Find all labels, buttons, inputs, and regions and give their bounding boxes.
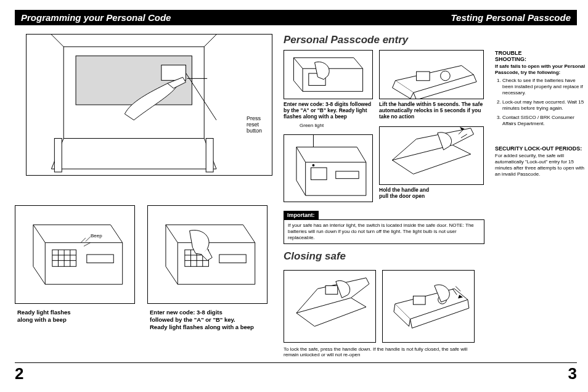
safe-open-illustration xyxy=(27,35,272,175)
svg-rect-6 xyxy=(206,139,213,173)
right-page: Personal Passcode entry Enter new code: … xyxy=(284,34,586,364)
important-body: If your safe has an interior light, the … xyxy=(284,219,484,244)
caption-ready-beep: Ready light flashes along with a beep xyxy=(15,309,135,324)
svg-rect-32 xyxy=(311,168,327,180)
svg-rect-37 xyxy=(325,285,338,294)
figure-enter-code: Enter new code: 3-8 digits followed by t… xyxy=(147,205,267,331)
figure-lift-handle xyxy=(379,50,484,99)
svg-point-36 xyxy=(441,71,451,81)
svg-rect-38 xyxy=(413,296,425,304)
svg-rect-5 xyxy=(54,139,62,173)
section-title-closing: Closing safe xyxy=(284,250,586,263)
caption-entry-3: Hold the handle and pull the door open xyxy=(379,187,484,199)
security-body: For added security, the safe will automa… xyxy=(495,153,586,178)
troubleshooting-list: Check to see if the batteries have been … xyxy=(495,78,586,127)
green-light-label: Green light xyxy=(300,123,373,128)
caption-enter-code: Enter new code: 3-8 digits followed by t… xyxy=(147,309,267,331)
ts-item-2: Lock-out may have occurred. Wait 15 minu… xyxy=(502,99,586,112)
figure-reset-button: Press reset button xyxy=(26,34,272,176)
caption-entry-2: Lift the handle within 5 seconds. The sa… xyxy=(379,101,484,120)
section-title-entry: Personal Passcode entry xyxy=(284,34,586,46)
svg-line-3 xyxy=(51,35,63,47)
beep-label: Beep xyxy=(91,233,102,239)
svg-rect-34 xyxy=(336,171,359,178)
safe-keypad-illustration-2 xyxy=(148,206,267,303)
figure-closing-1 xyxy=(284,270,376,343)
footer: 2 3 xyxy=(15,362,577,383)
security-head: SECURITY LOCK-OUT PERIODS: xyxy=(495,145,586,152)
important-box: Important: If your safe has an interior … xyxy=(284,208,484,244)
sidebar-info: TROUBLE SHOOTING: If safe fails to open … xyxy=(490,50,586,202)
header-bar: Programming your Personal Code Testing P… xyxy=(15,10,577,25)
figure-pull-open xyxy=(379,126,484,185)
svg-rect-27 xyxy=(219,255,246,263)
important-head: Important: xyxy=(284,211,319,219)
figure-entry-keypad xyxy=(284,50,373,99)
ts-item-3: Contact SISCO / BRK Consumer Affairs Dep… xyxy=(502,115,586,127)
page-number-left: 2 xyxy=(15,364,23,383)
entry-col-1: Enter new code: 3-8 digits followed by t… xyxy=(284,50,373,202)
left-page: Press reset button xyxy=(15,34,272,364)
closing-note: To lock the safe, press the handle down.… xyxy=(284,346,481,358)
svg-rect-35 xyxy=(417,71,430,81)
troubleshooting-head: TROUBLE SHOOTING: xyxy=(495,50,586,62)
svg-line-4 xyxy=(204,35,216,47)
caption-entry-1: Enter new code: 3-8 digits followed by t… xyxy=(284,101,373,120)
safe-keypad-illustration-1 xyxy=(15,206,134,303)
troubleshooting-sub: If safe fails to open with your Personal… xyxy=(495,63,586,75)
page-number-right: 3 xyxy=(568,364,577,383)
entry-col-2: Lift the handle within 5 seconds. The sa… xyxy=(379,50,484,202)
ts-item-1: Check to see if the batteries have been … xyxy=(502,78,586,96)
figure-ready-beep: Beep Ready light flashes along with a be… xyxy=(15,205,135,331)
header-left: Programming your Personal Code xyxy=(21,12,171,23)
svg-point-33 xyxy=(312,164,314,166)
manual-spread: Programming your Personal Code Testing P… xyxy=(0,0,588,392)
figure-green-light xyxy=(284,134,373,202)
press-reset-label: Press reset button xyxy=(247,116,262,134)
figure-closing-2 xyxy=(382,270,475,343)
header-right: Testing Personal Passcode xyxy=(451,12,571,23)
svg-rect-16 xyxy=(87,255,113,263)
